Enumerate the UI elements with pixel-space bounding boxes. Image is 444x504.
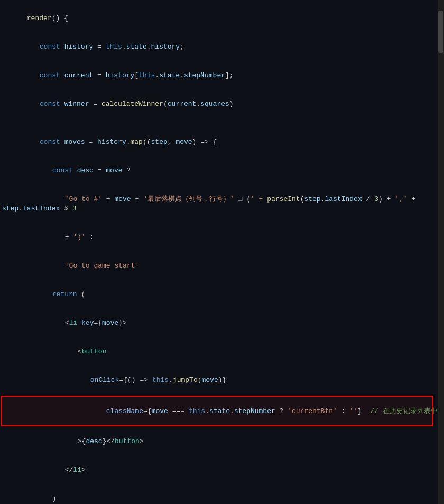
code-line: const current = history[this.state.stepN… (0, 61, 444, 90)
code-line: 'Go to #' + move + '最后落棋点（列号，行号）' □ (' +… (0, 185, 444, 223)
scrollbar-thumb[interactable] (438, 11, 443, 53)
code-line: const desc = move ? (0, 157, 444, 185)
code-line: render() { (0, 4, 444, 33)
code-line: return ( (0, 280, 444, 309)
code-editor: render() { const history = this.state.hi… (0, 0, 444, 504)
code-line: const winner = calculateWinner(current.s… (0, 90, 444, 118)
code-line: const moves = history.map((step, move) =… (0, 128, 444, 157)
code-line: onClick={() => this.jumpTo(move)} (0, 366, 444, 395)
code-line: ) (0, 484, 444, 504)
code-line: const history = this.state.history; (0, 33, 444, 61)
scrollbar[interactable] (438, 0, 444, 504)
code-line: >{desc}</button> (0, 427, 444, 456)
code-line: <button (0, 337, 444, 366)
code-line: 'Go to game start' (0, 252, 444, 280)
code-line: <li key={move}> (0, 309, 444, 337)
highlight-className: className={move === this.state.stepNumbe… (1, 396, 433, 426)
code-line: </li> (0, 456, 444, 484)
code-line: + ')' : (0, 223, 444, 252)
